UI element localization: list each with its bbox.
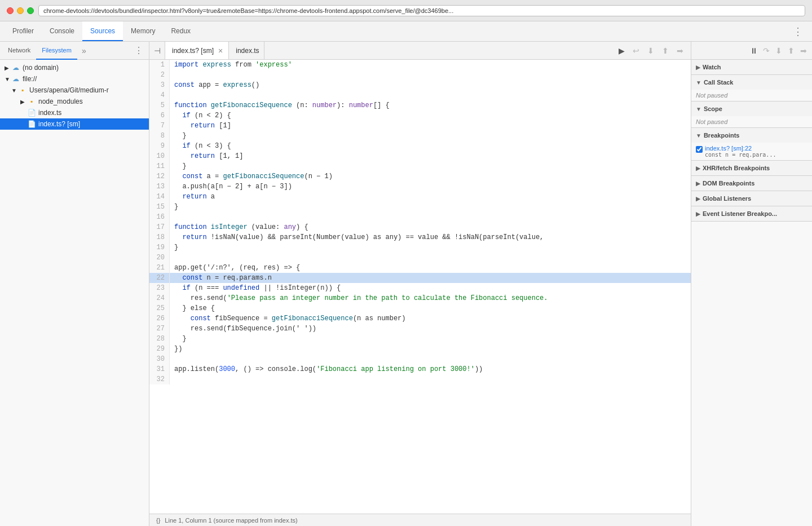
dom-breakpoints-label: DOM Breakpoints	[703, 180, 754, 187]
run-controls: ▶ ↩ ⬇ ⬆ ➡	[611, 42, 691, 59]
line-num-1: 1	[149, 60, 170, 70]
watch-header[interactable]: ▶ Watch	[691, 60, 812, 74]
run-button[interactable]: ▶	[615, 45, 628, 57]
tab-sources[interactable]: Sources	[82, 21, 123, 41]
line-num-17: 17	[149, 222, 170, 232]
line-num-15: 15	[149, 202, 170, 212]
tree-label-node-modules: node_modules	[38, 98, 83, 105]
call-stack-section: ▼ Call Stack Not paused	[691, 75, 812, 101]
code-line-12: 12 const a = getFibonacciSequence(n − 1)	[149, 171, 691, 182]
more-tabs-icon[interactable]: »	[78, 46, 90, 55]
breakpoints-arrow-icon: ▼	[696, 132, 701, 139]
line-content-15: }	[170, 202, 691, 212]
line-num-18: 18	[149, 232, 170, 242]
global-listeners-header[interactable]: ▶ Global Listeners	[691, 191, 812, 206]
code-line-5: 5 function getFibonacciSequence (n: numb…	[149, 100, 691, 110]
editor-tab-index-ts[interactable]: index.ts	[229, 42, 264, 59]
close-tab-sm-icon[interactable]: ×	[217, 46, 224, 55]
tab-profiler[interactable]: Profiler	[5, 21, 42, 41]
scope-section: ▼ Scope Not paused	[691, 101, 812, 128]
code-line-25: 25 } else {	[149, 303, 691, 313]
breakpoints-header[interactable]: ▼ Breakpoints	[691, 128, 812, 143]
breakpoint-text-1: index.ts? [sm]:22 const n = req.para...	[705, 145, 776, 158]
step-down-button: ⬇	[645, 45, 657, 57]
tab-memory[interactable]: Memory	[123, 21, 163, 41]
minimize-button[interactable]	[17, 7, 24, 14]
tree-arrow-users: ▼	[11, 87, 18, 94]
tree-item-node-modules[interactable]: ▶ ▪ node_modules	[0, 96, 149, 107]
status-icon: {}	[156, 517, 160, 524]
call-stack-arrow-icon: ▼	[696, 79, 701, 86]
devtools-more-icon[interactable]: ⋮	[793, 25, 803, 38]
breakpoints-label: Breakpoints	[704, 132, 740, 139]
tree-arrow-node-modules: ▶	[20, 99, 27, 105]
tab-console[interactable]: Console	[42, 21, 82, 41]
status-text: Line 1, Column 1 (source mapped from ind…	[165, 517, 297, 524]
devtools-nav: Profiler Console Sources Memory Redux ⋮	[0, 21, 812, 42]
call-stack-header[interactable]: ▼ Call Stack	[691, 75, 812, 90]
scope-header[interactable]: ▼ Scope	[691, 101, 812, 116]
line-num-28: 28	[149, 334, 170, 344]
center-panel: ⊣ index.ts? [sm] × index.ts ▶ ↩ ⬇ ⬆ ➡ 1 …	[149, 42, 691, 526]
step-back-button: ↩	[630, 45, 642, 57]
tree-label-no-domain: (no domain)	[23, 64, 59, 72]
breakpoint-checkbox-1[interactable]	[696, 146, 703, 153]
line-num-22: 22	[149, 273, 170, 283]
close-button[interactable]	[7, 7, 14, 14]
watch-section: ▶ Watch	[691, 60, 812, 75]
tab-network[interactable]: Network	[2, 42, 36, 60]
pause-resume-button[interactable]: ⏸	[748, 45, 760, 57]
tab-filesystem[interactable]: Filesystem	[36, 42, 77, 60]
breakpoint-item-1: index.ts? [sm]:22 const n = req.para...	[691, 143, 812, 160]
dom-breakpoints-header[interactable]: ▶ DOM Breakpoints	[691, 176, 812, 191]
editor-tab-label-sm: index.ts? [sm]	[172, 47, 214, 55]
step-into-button: ⬇	[773, 45, 785, 57]
line-content-1: import express from 'express'	[170, 60, 691, 70]
url-bar[interactable]: chrome-devtools://devtools/bundled/inspe…	[38, 5, 805, 16]
debugger-controls: ⏸ ↷ ⬇ ⬆ ➡	[691, 42, 812, 60]
code-editor[interactable]: 1 import express from 'express' 2 3 cons…	[149, 60, 691, 514]
tab-redux[interactable]: Redux	[163, 21, 198, 41]
cloud-icon-file: ☁	[11, 74, 20, 83]
line-content-2	[170, 70, 691, 80]
line-num-5: 5	[149, 100, 170, 110]
xhr-breakpoints-section: ▶ XHR/fetch Breakpoints	[691, 161, 812, 176]
file-tree: ▶ ☁ (no domain) ▼ ☁ file:// ▼ ▪ Users/ap…	[0, 60, 149, 526]
xhr-breakpoints-header[interactable]: ▶ XHR/fetch Breakpoints	[691, 161, 812, 175]
line-num-10: 10	[149, 151, 170, 161]
call-stack-label: Call Stack	[704, 79, 734, 86]
tree-label-file: file://	[23, 75, 37, 83]
tree-item-index-ts[interactable]: 📄 index.ts	[0, 107, 149, 118]
tree-item-users[interactable]: ▼ ▪ Users/apena/Git/medium-r	[0, 85, 149, 96]
left-panel-menu-icon[interactable]: ⋮	[131, 45, 147, 56]
tree-item-no-domain[interactable]: ▶ ☁ (no domain)	[0, 62, 149, 73]
tree-item-file[interactable]: ▼ ☁ file://	[0, 73, 149, 85]
sidebar-toggle-icon[interactable]: ⊣	[149, 42, 165, 59]
breakpoint-file-1: index.ts? [sm]:22	[705, 145, 776, 152]
line-num-27: 27	[149, 324, 170, 334]
event-listener-breakpoints-arrow-icon: ▶	[696, 211, 700, 217]
tree-label-index-ts: index.ts	[38, 109, 61, 117]
folder-icon-users: ▪	[18, 86, 27, 95]
code-line-30: 30	[149, 354, 691, 364]
editor-tab-index-ts-sm[interactable]: index.ts? [sm] ×	[165, 42, 229, 59]
tree-label-users: Users/apena/Git/medium-r	[29, 86, 109, 94]
event-listener-breakpoints-header[interactable]: ▶ Event Listener Breakpo...	[691, 206, 812, 221]
code-line-16: 16	[149, 212, 691, 222]
scope-arrow-icon: ▼	[696, 106, 701, 112]
line-num-9: 9	[149, 141, 170, 151]
editor-tabs: ⊣ index.ts? [sm] × index.ts ▶ ↩ ⬇ ⬆ ➡	[149, 42, 691, 60]
event-listener-breakpoints-section: ▶ Event Listener Breakpo...	[691, 206, 812, 222]
line-content-14: return a	[170, 192, 691, 202]
line-content-3: const app = express()	[170, 80, 691, 90]
line-num-23: 23	[149, 283, 170, 293]
file-icon-index-ts: 📄	[27, 108, 36, 117]
line-content-27: res.send(fibSequence.join(' '))	[170, 324, 691, 334]
right-panel: ⏸ ↷ ⬇ ⬆ ➡ ▶ Watch ▼ Call Stack Not pause…	[691, 42, 812, 526]
fullscreen-button[interactable]	[27, 7, 34, 14]
line-content-26: const fibSequence = getFibonacciSequence…	[170, 313, 691, 324]
left-tabs: Network Filesystem » ⋮	[0, 42, 149, 60]
dom-breakpoints-arrow-icon: ▶	[696, 180, 700, 187]
code-line-18: 18 return !isNaN(value) && parseInt(Numb…	[149, 232, 691, 242]
tree-item-index-ts-sm[interactable]: 📄 index.ts? [sm]	[0, 118, 149, 130]
